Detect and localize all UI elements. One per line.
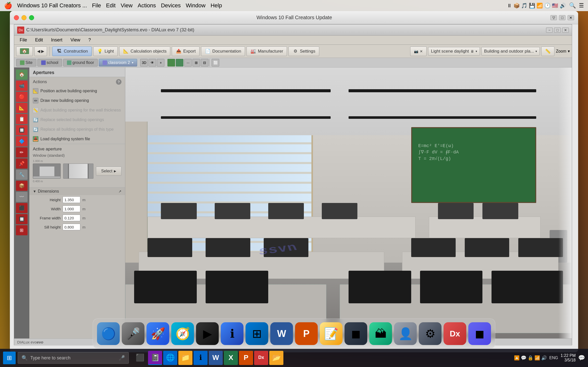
- lightscene-dropdown-arrow[interactable]: ▾: [476, 50, 477, 53]
- dock-dialux[interactable]: Dx: [444, 322, 466, 345]
- taskbar-dialux[interactable]: Dx: [254, 351, 268, 365]
- dock-finder[interactable]: 🔵: [97, 322, 120, 345]
- sidebar-icon-4[interactable]: 📐: [16, 103, 28, 113]
- dock-launchpad[interactable]: 🚀: [146, 322, 169, 345]
- toolbar-ruler-btn[interactable]: 📏: [541, 47, 554, 56]
- menu-file[interactable]: File: [16, 36, 31, 44]
- nav-fullscreen-btn[interactable]: ⬜: [212, 59, 219, 66]
- mac-menu-windows[interactable]: Windows 10 Fall Creators ...: [17, 2, 87, 9]
- sidebar-icon-5[interactable]: 📋: [16, 114, 28, 124]
- mac-menu-file[interactable]: File: [92, 2, 101, 9]
- menu-view[interactable]: View: [67, 36, 84, 44]
- apple-icon[interactable]: 🍎: [4, 2, 12, 10]
- taskbar-file-explorer[interactable]: 📂: [269, 351, 283, 365]
- menu-help[interactable]: ?: [85, 36, 94, 44]
- search-box[interactable]: 🔍 Type here to search 🎤: [18, 352, 129, 364]
- nav-site[interactable]: Site: [16, 59, 36, 66]
- sidebar-icon-15[interactable]: ⊞: [16, 225, 28, 235]
- menu-insert[interactable]: Insert: [47, 36, 66, 44]
- nav-classroom[interactable]: classroom 2 ▾: [99, 59, 137, 66]
- taskbar-onenote[interactable]: 📓: [148, 351, 162, 365]
- toolbar-back-forward[interactable]: ◀ ▶: [34, 47, 47, 56]
- dock-windows[interactable]: ⊞: [246, 322, 268, 345]
- dock-finder2[interactable]: ◼: [468, 322, 491, 345]
- mac-search-icon[interactable]: 🔍: [569, 2, 576, 9]
- mac-menu-help[interactable]: Help: [211, 2, 222, 9]
- taskbar-ie2[interactable]: ℹ: [193, 351, 208, 365]
- sidebar-icon-12[interactable]: 〰: [16, 192, 28, 202]
- dock-settings[interactable]: ⚙: [419, 322, 442, 345]
- nav-dots-btn[interactable]: ···: [184, 59, 192, 66]
- start-button[interactable]: ⊞: [3, 352, 16, 364]
- taskbar-ie[interactable]: 🌐: [163, 351, 177, 365]
- dock-safari[interactable]: 🧭: [171, 322, 194, 345]
- dock-word[interactable]: W: [270, 322, 293, 345]
- mac-menu-edit[interactable]: Edit: [106, 2, 116, 9]
- app-close-btn[interactable]: ✕: [562, 28, 569, 33]
- window-maximize-btn[interactable]: □: [559, 15, 566, 20]
- mac-menu-window[interactable]: Window: [186, 2, 205, 9]
- viewport[interactable]: E=mc² E'=E(ω) ∫∇·F dV = ∮F·dA T = 2π√(L/…: [125, 67, 572, 338]
- toolbar-lightscene-dropdown[interactable]: Light scene daylight 🖥 ▾: [428, 47, 480, 56]
- sidebar-icon-2[interactable]: 📹: [16, 81, 28, 91]
- nav-expand-btn[interactable]: ⊞: [192, 59, 200, 66]
- dimensions-expand-icon[interactable]: ↗: [118, 189, 121, 193]
- sill-height-input[interactable]: 0.800: [63, 224, 80, 230]
- toolbar-manufacturer-btn[interactable]: 🏭 Manufacturer: [247, 47, 287, 56]
- sidebar-icon-11[interactable]: 📦: [16, 181, 28, 191]
- dock-ie[interactable]: ℹ: [221, 322, 243, 345]
- sidebar-icon-7[interactable]: 🔷: [16, 136, 28, 146]
- nav-add-btn[interactable]: +: [157, 59, 164, 66]
- nav-ruler-btn[interactable]: ⊟: [201, 59, 208, 66]
- height-input[interactable]: 1.350: [63, 196, 80, 203]
- dock-quicktime[interactable]: ▶: [196, 322, 219, 345]
- toolbar-documentation-btn[interactable]: 📄 Documentation: [201, 47, 245, 56]
- dock-notes[interactable]: 📝: [320, 322, 342, 345]
- dock-app1[interactable]: ◼: [345, 322, 367, 345]
- toolbar-calc-btn[interactable]: 📐 Calculation objects: [119, 47, 170, 56]
- building-dropdown-arrow[interactable]: ▾: [535, 50, 537, 53]
- dimensions-header[interactable]: ▼ Dimensions ↗: [29, 188, 125, 195]
- sidebar-icon-9[interactable]: 📌: [16, 158, 28, 169]
- maximize-button[interactable]: [29, 15, 34, 20]
- frame-width-input[interactable]: 0.120: [63, 215, 80, 221]
- mac-menu-actions[interactable]: Actions: [138, 2, 156, 9]
- taskbar-notification-btn[interactable]: 💬: [578, 355, 585, 361]
- sidebar-icon-1[interactable]: 🏠: [16, 70, 28, 80]
- window-close-btn[interactable]: ✕: [568, 15, 574, 20]
- dock-ppt[interactable]: P: [295, 322, 318, 345]
- app-restore-btn[interactable]: □: [554, 28, 561, 33]
- nav-school[interactable]: school: [37, 59, 62, 66]
- taskbar-excel[interactable]: X: [224, 351, 238, 365]
- width-input[interactable]: 1.000: [63, 205, 80, 212]
- mac-menu-view[interactable]: View: [121, 2, 133, 9]
- mac-notification-icon[interactable]: ☰: [579, 2, 584, 9]
- app-minimize-btn[interactable]: −: [546, 28, 553, 33]
- nav-3d-btn[interactable]: 3D: [140, 59, 148, 66]
- toolbar-construction-btn[interactable]: 🏗 Construction: [52, 47, 91, 56]
- toolbar-render-btn[interactable]: 📷 ✕: [410, 47, 427, 56]
- mac-menu-devices[interactable]: Devices: [161, 2, 181, 9]
- search-mic-icon[interactable]: 🔍: [21, 355, 28, 361]
- toolbar-building-dropdown[interactable]: Building and outdoor pla... ▾: [481, 47, 540, 56]
- close-button[interactable]: [14, 15, 19, 20]
- sidebar-icon-8[interactable]: ✏: [16, 147, 28, 157]
- dock-siri[interactable]: 🎤: [122, 322, 144, 345]
- search-voice-icon[interactable]: 🎤: [119, 355, 125, 361]
- dock-person[interactable]: 👤: [394, 322, 417, 345]
- nav-green-btn-1[interactable]: [167, 59, 175, 66]
- toolbar-settings-btn[interactable]: ⚙ Settings: [288, 47, 319, 56]
- taskbar-task-view[interactable]: ⬛: [133, 351, 147, 365]
- window-minimize-btn[interactable]: ▽: [550, 15, 557, 20]
- select-button[interactable]: Select ▶: [96, 167, 121, 176]
- dock-photos[interactable]: 🏔: [369, 322, 392, 345]
- panel-help-btn[interactable]: ?: [116, 79, 121, 85]
- panel-action-load[interactable]: 📥 Load daylighting system file: [29, 134, 125, 144]
- taskbar-powerpoint[interactable]: P: [239, 351, 253, 365]
- sidebar-icon-3[interactable]: 🔴: [16, 92, 28, 102]
- toolbar-light-btn[interactable]: 💡 Light: [93, 47, 118, 56]
- panel-action-position[interactable]: 📐 Position active building opening: [29, 86, 125, 96]
- nav-green-btn-2[interactable]: [176, 59, 183, 66]
- nav-ground-floor[interactable]: ground floor: [63, 59, 98, 66]
- nav-view-btn[interactable]: 👁: [149, 59, 156, 66]
